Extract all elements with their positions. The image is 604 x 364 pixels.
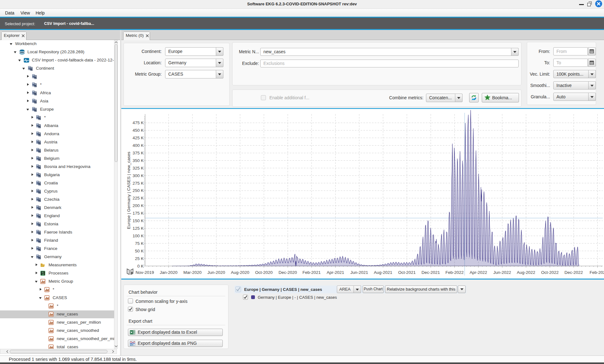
svg-text:375 K: 375 K [133, 151, 144, 155]
svg-text:225 K: 225 K [133, 196, 144, 200]
svg-text:Feb-2021: Feb-2021 [302, 270, 321, 275]
svg-text:Oct-2022: Oct-2022 [541, 270, 559, 275]
svg-text:Dec-2021: Dec-2021 [422, 270, 440, 275]
svg-text:Jan-2020: Jan-2020 [160, 270, 177, 275]
svg-text:Aug-2022: Aug-2022 [517, 270, 535, 275]
svg-text:Apr-2022: Apr-2022 [470, 270, 487, 275]
svg-text:Europe | Germany | CASES | new: Europe | Germany | CASES | new_cases [126, 152, 131, 229]
svg-text:400 K: 400 K [133, 143, 144, 148]
svg-text:75 K: 75 K [135, 241, 144, 246]
svg-text:Aug-2020: Aug-2020 [231, 270, 250, 275]
svg-text:Nov-2019: Nov-2019 [135, 270, 154, 275]
svg-text:Oct-2021: Oct-2021 [398, 270, 416, 275]
svg-text:250 K: 250 K [133, 188, 144, 193]
svg-text:475 K: 475 K [133, 120, 144, 125]
svg-text:0 K: 0 K [137, 264, 144, 269]
svg-text:350 K: 350 K [133, 158, 144, 163]
svg-text:50 K: 50 K [135, 249, 144, 253]
svg-text:Oct-2020: Oct-2020 [255, 270, 273, 275]
svg-text:275 K: 275 K [133, 181, 144, 186]
svg-text:100 K: 100 K [133, 234, 144, 238]
svg-text:25 K: 25 K [135, 256, 144, 261]
svg-text:Dec-2022: Dec-2022 [565, 270, 583, 275]
svg-text:Feb-2022: Feb-2022 [446, 270, 464, 275]
svg-text:150 K: 150 K [133, 218, 144, 223]
svg-text:Mar-2020: Mar-2020 [183, 270, 202, 275]
svg-text:Apr-2021: Apr-2021 [327, 270, 344, 275]
svg-text:325 K: 325 K [133, 166, 144, 170]
svg-text:Jun-2022: Jun-2022 [493, 270, 511, 275]
svg-text:PNG: PNG [130, 344, 134, 346]
svg-text:Aug-2021: Aug-2021 [374, 270, 393, 275]
svg-text:Dec-2020: Dec-2020 [279, 270, 297, 275]
svg-text:425 K: 425 K [133, 136, 144, 140]
svg-text:Jun-2020: Jun-2020 [207, 270, 225, 275]
svg-text:125 K: 125 K [133, 226, 144, 231]
svg-text:175 K: 175 K [133, 211, 144, 216]
svg-text:450 K: 450 K [133, 128, 144, 133]
svg-text:Jun-2021: Jun-2021 [350, 270, 368, 275]
svg-text:300 K: 300 K [133, 173, 144, 178]
svg-text:Feb-202: Feb-202 [590, 270, 604, 275]
svg-text:200 K: 200 K [133, 203, 144, 208]
svg-text:10: 10 [42, 273, 44, 275]
